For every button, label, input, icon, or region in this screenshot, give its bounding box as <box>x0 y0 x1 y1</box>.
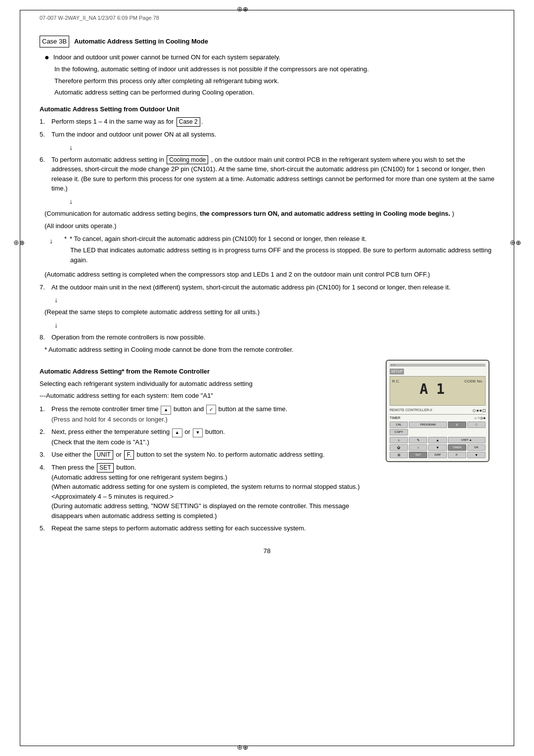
case2-box: Case 2 <box>177 117 200 127</box>
intro-bullet-text: Indoor and outdoor unit power cannot be … <box>53 52 280 63</box>
rc-model-label: REMOTE CONTROLLER-II <box>390 408 486 413</box>
remote-controller-illustration: SETUP R.C. A 1 CODE No. REMOTE CONTROLLE… <box>386 360 494 536</box>
step-5-num: 5. <box>40 130 48 140</box>
temp-up-box: ▲ <box>172 428 182 437</box>
rc-dot-1 <box>391 364 393 366</box>
sub2-step-2-text: Next, press either the temperature setti… <box>51 427 225 447</box>
rc-btn-program: PROGRAM <box>409 422 446 428</box>
rc-btn-timer2: TIMER <box>448 444 466 451</box>
step-1-num: 1. <box>40 117 48 127</box>
rc-top-bar <box>390 364 486 367</box>
rc-btn-cal: CAL <box>390 422 408 428</box>
sub2-step-2-paren: (Check that the item code is "A1".) <box>51 437 225 447</box>
sub2-step-4-paren2: (When automatic address setting for one … <box>51 482 376 501</box>
rc-indicator-dots <box>473 409 486 412</box>
sub2-step-4-text: Then press the SET button. (Automatic ad… <box>51 463 376 520</box>
step-8-text: Operation from the remote controllers is… <box>51 332 205 342</box>
case-section-header: Case 3B Automatic Address Setting in Coo… <box>40 36 494 47</box>
subsection2-area: Automatic Address Setting* from the Remo… <box>40 360 494 536</box>
rc-button-grid: CAL PROGRAM # □ COPY <box>390 422 486 435</box>
sub2-step-2: 2. Next, press either the temperature se… <box>40 427 376 447</box>
intro-line-1: In the following, automatic setting of i… <box>54 64 494 74</box>
sub2-step-5-text: Repeat the same steps to perform automat… <box>51 523 306 533</box>
rc-btn-edit: ✎ <box>409 437 427 443</box>
rc-btn-set: SET <box>409 452 427 458</box>
sub2-step-3: 3. Use either the UNIT or F. button to s… <box>40 450 376 460</box>
cooling-mode-box: Cooling mode <box>167 155 208 165</box>
arrow-2: ↓ <box>69 196 494 207</box>
checkmark-box: ✓ <box>206 405 216 414</box>
rc-btn-home: ⌂ <box>390 437 408 443</box>
sub2-step-3-num: 3. <box>40 450 48 460</box>
star-note-1: * * To cancel, again short-circuit the a… <box>64 234 494 244</box>
sub2-item-code: ---Automatic address setting for each sy… <box>40 391 376 401</box>
sub2-step-1-text: Press the remote controller timer time ▲… <box>51 404 287 424</box>
arrow-4: ↓ <box>54 295 494 305</box>
rc-btn-power: ⏻ <box>390 444 408 451</box>
rc-timer-label: TIMER <box>390 416 400 421</box>
sub2-step-3-text: Use either the UNIT or F. button to set … <box>51 450 324 460</box>
arrow-1: ↓ <box>69 142 494 153</box>
rc-btn-ok: OK <box>467 444 486 451</box>
arrow-5: ↓ <box>54 320 494 331</box>
reg-mark-top: ⊕ <box>237 4 247 14</box>
rc-button-grid-3: ⏻ ○ ▼ TIMER OK <box>390 444 486 451</box>
paren-2: (All indoor units operate.) <box>44 221 494 231</box>
star-note-container: ↓ * * To cancel, again short-circuit the… <box>49 234 494 267</box>
rc-button-grid-4: ⊞ SET GRP F. ▼ <box>390 452 486 458</box>
step-1: 1. Perform steps 1 – 4 in the same way a… <box>40 117 494 127</box>
star-note-2: The LED that indicates automatic address… <box>70 245 494 265</box>
rc-indicator-4 <box>483 409 486 412</box>
sub2-step-4: 4. Then press the SET button. (Automatic… <box>40 463 376 520</box>
paren-3: (Automatic address setting is completed … <box>44 270 494 280</box>
step-8-num: 8. <box>40 332 48 342</box>
case-box-label: Case 3B <box>40 36 69 47</box>
rc-btn-down: ▼ <box>428 444 446 451</box>
sub2-step-4-num: 4. <box>40 463 48 520</box>
intro-line-2: Therefore perform this process only afte… <box>54 76 494 86</box>
sub2-step-1-paren: (Press and hold for 4 seconds or longer.… <box>51 415 287 425</box>
rc-timer-row: TIMER ☼☆◎◈ <box>390 416 486 421</box>
intro-line-3: Automatic address setting can be perform… <box>54 88 494 97</box>
sub2-step-4-paren3: (During automatic address setting, "NOW … <box>51 501 376 520</box>
paren-1: (Communication for automatic address set… <box>44 209 494 219</box>
set-box: SET <box>97 463 113 472</box>
sub2-intro: Selecting each refrigerant system indivi… <box>40 379 376 389</box>
rc-btn-square: □ <box>467 422 486 428</box>
subsection2-title: Automatic Address Setting* from the Remo… <box>40 367 376 377</box>
rc-btn-circle: ○ <box>409 444 427 451</box>
sub2-step-1: 1. Press the remote controller timer tim… <box>40 404 376 424</box>
subsection2-content: Automatic Address Setting* from the Remo… <box>40 360 376 536</box>
rc-indicator-3 <box>480 410 482 412</box>
rc-indicator-1 <box>473 409 476 412</box>
rc-indicator-2 <box>477 410 479 412</box>
rc-model-text: REMOTE CONTROLLER-II <box>390 408 432 413</box>
step-6-num: 6. <box>40 155 48 193</box>
step-8: 8. Operation from the remote controllers… <box>40 332 494 342</box>
f-box: F. <box>124 450 134 460</box>
rc-rc-label: R.C. <box>392 378 400 384</box>
page-number: 78 <box>40 546 494 556</box>
rc-display-left: R.C. <box>392 378 400 384</box>
reg-mark-bottom: ⊕ <box>237 742 247 752</box>
rc-btn-unit: UNIT ▲ <box>448 437 486 443</box>
unit-box: UNIT <box>94 450 113 460</box>
remote-controller: SETUP R.C. A 1 CODE No. REMOTE CONTROLLE… <box>386 360 490 463</box>
rc-divider <box>390 414 486 415</box>
rc-display-right: CODE No. <box>464 378 483 384</box>
star-1: * <box>64 234 67 244</box>
rc-icons: ☼☆◎◈ <box>474 416 486 421</box>
reg-mark-left: ⊕ <box>14 237 24 247</box>
temp-down-box: ▼ <box>193 428 203 437</box>
step-5-text: Turn the indoor and outdoor unit power O… <box>51 130 216 140</box>
paren-4: (Repeat the same steps to complete autom… <box>44 307 494 317</box>
section-title: Automatic Address Setting in Cooling Mod… <box>74 37 208 47</box>
star-bottom-note: * Automatic address setting in Cooling m… <box>44 345 494 355</box>
subsection1-title: Automatic Address Setting from Outdoor U… <box>40 104 494 114</box>
step-6-text: To perform automatic address setting in … <box>51 155 494 193</box>
rc-btn-f: F. <box>448 452 466 458</box>
timer-up-box: ▲ <box>161 406 171 415</box>
sub2-step-2-num: 2. <box>40 427 48 447</box>
intro-bullet: ● Indoor and outdoor unit power cannot b… <box>44 52 494 63</box>
rc-dot-2 <box>394 364 395 366</box>
